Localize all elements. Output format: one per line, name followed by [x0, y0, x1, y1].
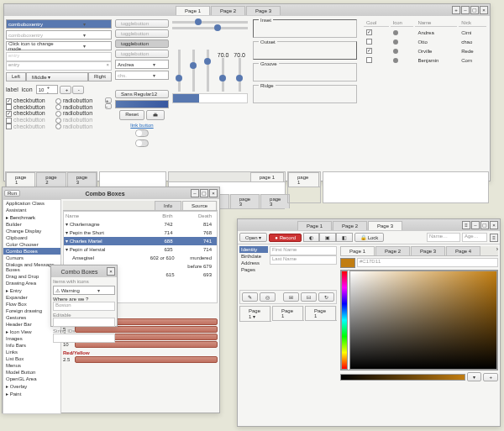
radio-row[interactable]: radiobutton — [55, 110, 105, 117]
tree-row[interactable]: ▾ Charlemagne742814 — [64, 220, 217, 229]
spin-down[interactable]: - — [72, 86, 84, 94]
color-menu-btn[interactable]: ▾ — [467, 372, 481, 381]
close-button[interactable]: × — [107, 267, 115, 276]
nb-tab[interactable]: page 1 — [250, 172, 284, 181]
record-btn[interactable]: ● Record — [269, 234, 302, 242]
plus-button[interactable]: + — [452, 6, 460, 14]
v-slider[interactable] — [207, 50, 209, 92]
check-row[interactable]: ✓checkbutton — [6, 110, 55, 117]
entry-string-id[interactable] — [53, 334, 115, 343]
combo-hl[interactable]: comboboxentry▾ — [6, 19, 112, 29]
tb-icon[interactable]: ◐ — [303, 233, 319, 242]
h-slider[interactable] — [172, 27, 248, 29]
list-item[interactable]: Combo Boxes — [3, 248, 60, 255]
first-name-field[interactable]: First Name — [270, 246, 337, 255]
sv-plane[interactable] — [349, 271, 497, 370]
tool-icon[interactable]: ↻ — [318, 292, 334, 302]
nb-tab[interactable]: Page 1 — [272, 306, 303, 320]
close-button[interactable]: × — [209, 189, 218, 197]
last-name-field[interactable]: Last Name — [270, 255, 337, 265]
tb-icon[interactable]: ▣ — [319, 233, 336, 242]
stepper-up[interactable]: + — [105, 97, 112, 103]
color-picker[interactable] — [340, 270, 498, 371]
toggle-btn[interactable]: togglebutton — [115, 39, 169, 48]
combo-icon-mode[interactable]: Click icon to change mode▾ — [6, 41, 112, 50]
tree-row[interactable]: ▾ Charles Martel688741 — [64, 237, 217, 245]
seg-left[interactable]: Left — [6, 72, 26, 81]
list-item[interactable]: ▸ Overlay — [3, 382, 60, 390]
alpha-slider[interactable] — [340, 374, 465, 381]
reset-btn[interactable]: Reset — [119, 110, 144, 120]
list-item[interactable]: Assistant — [3, 207, 60, 213]
nb-tab[interactable]: page 3 — [260, 194, 290, 208]
rtab[interactable]: Page 3 — [411, 246, 445, 255]
table-row[interactable]: ✓AndreaCimi — [364, 29, 486, 36]
tool-icon[interactable]: ⊟ — [301, 292, 317, 302]
rtab[interactable]: Page 4 — [446, 246, 480, 255]
color-hex-field[interactable]: #C17D11 — [357, 258, 498, 267]
radio-row[interactable]: radiobutton — [55, 104, 105, 111]
list-item[interactable]: ▸ Benchmark — [3, 213, 60, 221]
side-tab[interactable]: Identity — [239, 246, 268, 253]
max-button[interactable]: ▢ — [470, 6, 479, 14]
spin[interactable]: 10+- — [36, 85, 58, 94]
list-item[interactable]: Builder — [3, 221, 60, 228]
titlebar[interactable]: Page 1 Page 2 Page 3 + – ▢ × — [4, 4, 490, 16]
close-button[interactable]: × — [480, 6, 488, 14]
list-item[interactable]: Clipboard — [3, 234, 60, 241]
link-btn[interactable]: link button — [130, 123, 153, 128]
v-slider[interactable] — [192, 50, 195, 92]
tab-page2[interactable]: Page 2 — [211, 6, 245, 15]
close-button[interactable]: × — [490, 221, 498, 229]
nb-tab[interactable]: Page 1 ▾ — [239, 306, 270, 321]
side-tab[interactable]: Pages — [239, 266, 268, 273]
spin-up[interactable]: + — [60, 86, 71, 94]
menu-button[interactable]: ≡ — [462, 221, 470, 229]
tool-icon[interactable]: ⊞ — [283, 292, 299, 302]
tab-page1[interactable]: Page 1 — [176, 6, 210, 15]
rtab[interactable]: Page 1 — [340, 246, 375, 255]
tab-page1[interactable]: Page 1 — [297, 221, 332, 230]
seg-mid[interactable]: Middle ▾ — [26, 72, 88, 81]
list-item[interactable]: Cursors — [3, 255, 60, 261]
font-btn[interactable]: Sans Regular12 — [115, 90, 169, 98]
stepper-dn[interactable]: - — [105, 103, 112, 109]
chevron-right-icon[interactable]: › — [496, 246, 498, 255]
nb-tab[interactable]: page 3 — [67, 172, 97, 187]
hue-slider[interactable] — [341, 271, 348, 370]
open-btn[interactable]: Open ▾ — [239, 233, 267, 242]
max-button[interactable]: ▢ — [200, 189, 208, 197]
tb-icon[interactable]: ◧ — [336, 233, 353, 242]
table-row[interactable]: ✓OrvilleRede — [364, 47, 486, 55]
table-row[interactable]: BenjaminCom — [364, 56, 486, 64]
switch-off[interactable] — [135, 129, 149, 137]
color-btn[interactable] — [115, 100, 169, 108]
min-button[interactable]: – — [191, 189, 199, 197]
list-item[interactable]: List Box — [3, 355, 60, 362]
list-item[interactable]: Application Class — [3, 200, 60, 207]
nb-tab[interactable]: page 2 — [36, 172, 66, 187]
list-item[interactable]: OpenGL Area — [3, 376, 60, 382]
seg-right[interactable]: Right — [88, 72, 112, 81]
min-button[interactable]: – — [461, 6, 470, 14]
tree-row[interactable]: ▾ Pepin the Short714768 — [64, 229, 217, 237]
tool-icon[interactable]: ✎ — [242, 292, 258, 302]
table-row[interactable]: Ottochao — [364, 38, 486, 45]
tab-info[interactable]: Info — [155, 201, 181, 210]
tool-icon[interactable]: ◎ — [260, 292, 276, 302]
tab-page3[interactable]: Page 3 — [246, 6, 281, 15]
combo-name[interactable]: Andrea▾ — [115, 60, 169, 69]
combo-warning[interactable]: ⚠ Warning▾ — [53, 286, 115, 295]
side-tab[interactable]: Address — [239, 260, 268, 266]
v-slider[interactable] — [239, 58, 241, 92]
nb-tab[interactable]: page 1 — [288, 172, 319, 187]
list-item[interactable]: ▸ Paint — [3, 390, 60, 397]
v-slider[interactable] — [222, 58, 224, 92]
side-tab[interactable]: Birthdate — [239, 253, 268, 260]
switch-off[interactable] — [135, 139, 149, 147]
radio-row[interactable]: radiobutton — [55, 97, 105, 104]
entry[interactable]: entry× — [6, 61, 112, 71]
min-button[interactable]: – — [471, 221, 480, 229]
v-slider[interactable] — [178, 50, 181, 92]
nb-tab[interactable]: page 1 — [6, 172, 35, 187]
